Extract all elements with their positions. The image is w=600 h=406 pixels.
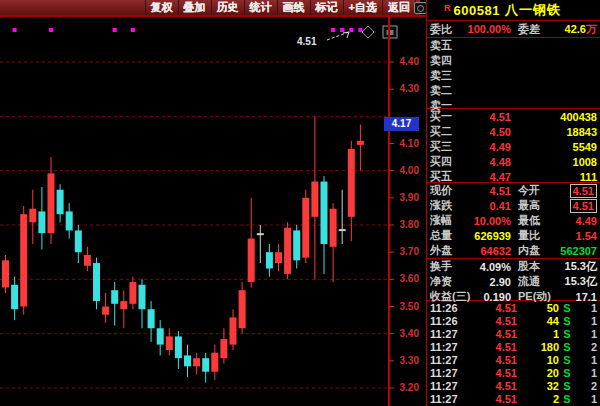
toolbar-button-5[interactable]: 画线 (277, 0, 310, 15)
buy-queue-row[interactable]: 买一4.51400438 (427, 109, 600, 124)
toolbar-button-7[interactable]: +自选 (343, 0, 382, 15)
info-row: 涨幅10.00%最低4.49 (427, 213, 600, 228)
tick-volume: 1 (517, 328, 559, 340)
info-value-text: 4.49 (576, 215, 597, 227)
diamond-icon[interactable] (362, 26, 374, 38)
event-marker-dot (49, 28, 53, 32)
candle-body (321, 182, 328, 244)
info-value: 626939 (466, 230, 511, 242)
event-marker-dot (331, 28, 335, 32)
candle-body (120, 301, 127, 309)
candle-body (84, 255, 91, 266)
toolbar-button-3[interactable]: 历史 (211, 0, 244, 15)
queue-label: 买五 (430, 169, 464, 184)
tick-row[interactable]: 11:274.511S1 (427, 327, 600, 340)
buy-queue-row[interactable]: 买五4.47111 (427, 169, 600, 184)
tick-direction: S (559, 315, 575, 327)
toolbar-button-2[interactable]: 叠加 (178, 0, 211, 15)
tick-direction: S (559, 380, 575, 392)
queue-volume: 1008 (511, 156, 597, 168)
tick-row[interactable]: 11:274.5120S1 (427, 367, 600, 380)
candle-body (139, 285, 146, 309)
info-label: 总量 (430, 228, 466, 243)
buy-queue-row[interactable]: 买四4.481008 (427, 154, 600, 169)
info-value-text: 562307 (560, 245, 597, 257)
candle-body (38, 211, 45, 233)
tick-row[interactable]: 11:274.5132S2 (427, 380, 600, 393)
info-value: 4.49 (555, 215, 597, 227)
candle-body (93, 263, 100, 301)
info-value: 64632 (466, 245, 511, 257)
candle-body (11, 285, 18, 309)
toolbar-button-6[interactable]: 标记 (310, 0, 343, 15)
info-label: 量比 (511, 228, 555, 243)
queue-label: 买二 (430, 124, 464, 139)
candle-body (339, 229, 346, 231)
weibi-label: 委比 (430, 22, 466, 37)
candle-body (102, 307, 109, 315)
tick-row[interactable]: 11:264.5144S1 (427, 314, 600, 327)
tdx-stock-app: 复权叠加历史统计画线标记+自选返回 4.51 4.404.304.104.003… (0, 0, 600, 406)
event-marker-dot (113, 28, 117, 32)
candle-body (230, 317, 237, 344)
tick-row[interactable]: 11:264.5150S1 (427, 301, 600, 314)
tick-time: 11:27 (430, 354, 467, 366)
info-value: 0.41 (466, 200, 511, 212)
info-value: 4.51 (555, 199, 597, 213)
tick-count: 2 (575, 341, 597, 353)
candle-body (75, 230, 82, 252)
sell-queue-row[interactable]: 卖三 (427, 68, 600, 83)
candle-body (111, 290, 118, 304)
event-marker-dot (349, 28, 353, 32)
candle-body (220, 339, 227, 358)
tick-direction: S (559, 328, 575, 340)
tick-price: 4.51 (467, 354, 517, 366)
rights-indicator: R (444, 3, 451, 13)
stock-name: 八一钢铁 (505, 1, 561, 19)
fund-label: 换手 (430, 259, 466, 274)
tick-count: 1 (575, 393, 597, 405)
queue-label: 卖五 (430, 38, 464, 53)
kline-chart[interactable]: 4.51 (0, 15, 427, 406)
tick-direction: S (559, 354, 575, 366)
candle-body (57, 190, 64, 214)
candle-body (29, 209, 36, 223)
queue-volume: 111 (511, 171, 597, 183)
tick-count: 1 (575, 354, 597, 366)
fund-value: 4.09% (466, 261, 511, 273)
info-value: 1.54 (555, 230, 597, 242)
tick-time: 11:26 (430, 315, 467, 327)
candle-body (193, 358, 200, 366)
event-marker-dot (131, 28, 135, 32)
tick-row[interactable]: 11:274.5110S1 (427, 354, 600, 367)
info-row: 总量626939量比1.54 (427, 228, 600, 243)
tick-volume: 20 (517, 367, 559, 379)
tick-row[interactable]: 11:274.512S1 (427, 393, 600, 406)
sell-queue: 卖五卖四卖三卖二卖一 (427, 38, 600, 109)
toolbar-button-4[interactable]: 统计 (244, 0, 277, 15)
toolbar-button-8[interactable]: 返回 (382, 0, 416, 15)
queue-volume: 400438 (511, 111, 597, 123)
sell-queue-row[interactable]: 卖四 (427, 53, 600, 68)
queue-price: 4.51 (464, 111, 511, 123)
annotation-arrow (327, 32, 349, 40)
queue-label: 买四 (430, 154, 464, 169)
sell-queue-row[interactable]: 卖二 (427, 83, 600, 98)
info-value-text: 1.54 (576, 230, 597, 242)
candle-body (311, 182, 318, 217)
candle-body (302, 198, 309, 258)
tick-volume: 180 (517, 341, 559, 353)
candle-body (20, 214, 27, 306)
queue-label: 卖三 (430, 68, 464, 83)
info-row: 涨跌0.41最高4.51 (427, 198, 600, 213)
toolbar-button-1[interactable]: 复权 (145, 0, 178, 15)
buy-queue-row[interactable]: 买三4.495549 (427, 139, 600, 154)
queue-price: 4.47 (464, 171, 511, 183)
tick-row[interactable]: 11:274.51180S2 (427, 340, 600, 353)
tick-direction: S (559, 393, 575, 405)
sell-queue-row[interactable]: 卖五 (427, 38, 600, 53)
info-row: 外盘64632内盘562307 (427, 243, 600, 258)
buy-queue-row[interactable]: 买二4.5018843 (427, 124, 600, 139)
queue-label: 卖四 (430, 53, 464, 68)
candle-body (2, 260, 9, 287)
